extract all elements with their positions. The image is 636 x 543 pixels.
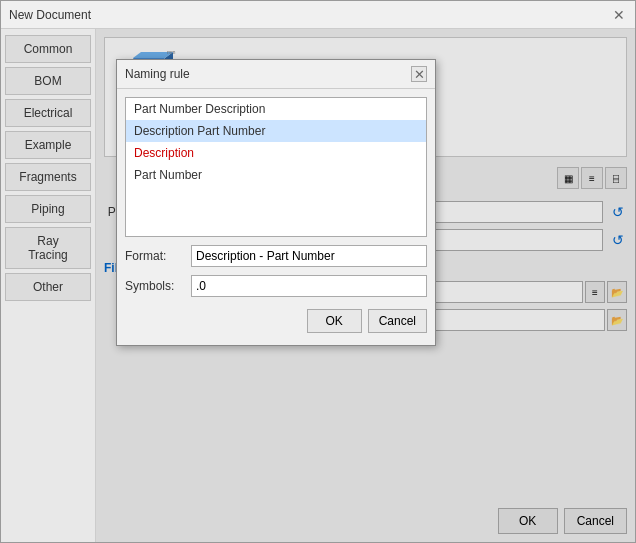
main-window: New Document ✕ CommonBOMElectricalExampl… xyxy=(0,0,636,543)
symbols-row: Symbols: xyxy=(125,275,427,297)
sidebar-item-fragments[interactable]: Fragments xyxy=(5,163,91,191)
sidebar-item-other[interactable]: Other xyxy=(5,273,91,301)
sidebar-item-bom[interactable]: BOM xyxy=(5,67,91,95)
dialog-title: Naming rule xyxy=(125,67,190,81)
dialog-title-bar: Naming rule ✕ xyxy=(117,60,435,89)
title-bar: New Document ✕ xyxy=(1,1,635,29)
sidebar-item-piping[interactable]: Piping xyxy=(5,195,91,223)
symbols-label: Symbols: xyxy=(125,279,185,293)
dialog-buttons: OK Cancel xyxy=(125,305,427,337)
naming-item-dpn[interactable]: Description Part Number xyxy=(126,120,426,142)
dialog-cancel-button[interactable]: Cancel xyxy=(368,309,427,333)
sidebar-item-common[interactable]: Common xyxy=(5,35,91,63)
modal-overlay: Naming rule ✕ Part Number Description De… xyxy=(96,29,635,542)
sidebar-item-example[interactable]: Example xyxy=(5,131,91,159)
symbols-input[interactable] xyxy=(191,275,427,297)
dialog-close-button[interactable]: ✕ xyxy=(411,66,427,82)
format-label: Format: xyxy=(125,249,185,263)
sidebar-item-electrical[interactable]: Electrical xyxy=(5,99,91,127)
naming-dialog: Naming rule ✕ Part Number Description De… xyxy=(116,59,436,346)
naming-item-pn[interactable]: Part Number xyxy=(126,164,426,186)
naming-list[interactable]: Part Number Description Description Part… xyxy=(125,97,427,237)
dialog-content: Part Number Description Description Part… xyxy=(117,89,435,345)
naming-item-desc[interactable]: Description xyxy=(126,142,426,164)
naming-item-pnd[interactable]: Part Number Description xyxy=(126,98,426,120)
window-close-button[interactable]: ✕ xyxy=(611,7,627,23)
main-content: CommonBOMElectricalExampleFragmentsPipin… xyxy=(1,29,635,542)
right-content: mm ISO 3D Model ▦ ≡ ⌸ Part Number: ↺ xyxy=(96,29,635,542)
dialog-ok-button[interactable]: OK xyxy=(307,309,362,333)
sidebar-item-ray-tracing[interactable]: Ray Tracing xyxy=(5,227,91,269)
sidebar: CommonBOMElectricalExampleFragmentsPipin… xyxy=(1,29,96,542)
format-input[interactable] xyxy=(191,245,427,267)
format-row: Format: xyxy=(125,245,427,267)
window-title: New Document xyxy=(9,8,91,22)
